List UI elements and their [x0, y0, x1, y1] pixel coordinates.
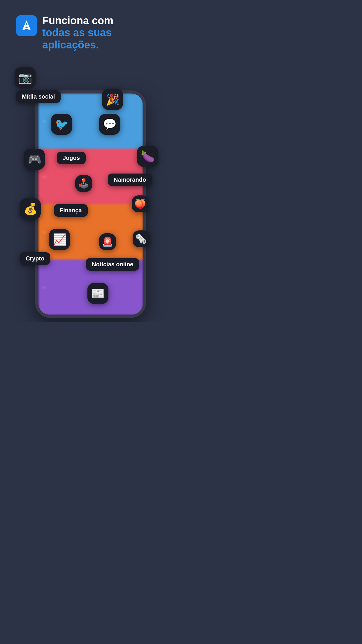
header-white-text: Funciona com [42, 15, 169, 27]
screen-row-blue: ··· [38, 93, 143, 149]
phone-screen: ··· ··· ··· ··· [38, 93, 143, 315]
header-text: Funciona com todas as suas aplicações. [42, 15, 169, 51]
screen-row-pink: ··· [38, 149, 143, 204]
screen-row-orange: ··· [38, 204, 143, 260]
screen-row-purple: ··· [38, 260, 143, 315]
camera-flash-icon-chip: 📷 [15, 67, 36, 88]
app-store-icon [16, 15, 37, 36]
header-blue-text-2: aplicações. [42, 39, 169, 51]
phone-mockup: ··· ··· ··· ··· [35, 90, 146, 318]
header-blue-text-1: todas as suas [42, 27, 169, 38]
header-section: Funciona com todas as suas aplicações. [16, 15, 169, 51]
